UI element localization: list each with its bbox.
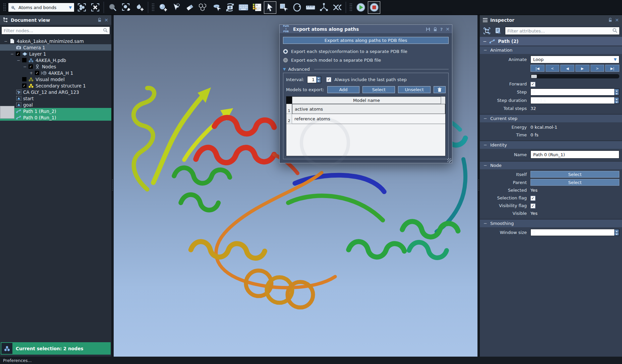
filter-nodes-input[interactable]: Filter nodes... [1,26,110,35]
left-splitter[interactable] [111,15,114,357]
add-node-button[interactable] [133,1,146,14]
step-spinbox[interactable]: 0▲▼ [530,88,619,96]
tree-item-4akea-h-pdb[interactable]: −4AKEA_H.pdb [0,57,111,63]
selection-flag-checkbox[interactable]: ✓ [530,196,535,201]
interval-spinbox[interactable]: 1 ▲▼ [307,76,321,83]
visibility-flag-checkbox[interactable]: ✓ [530,203,535,208]
tree-item-path-0-run-1-[interactable]: Path 0 (Run_1) [0,114,111,121]
tree-item-nodes[interactable]: −✓Nodes [0,63,111,70]
add-button[interactable]: Add [327,86,360,93]
lock-icon[interactable] [433,27,437,32]
tree-item-4akea-h-1[interactable]: +✓M4AKEA_H 1 [0,70,111,76]
current-step-header[interactable]: −Current step [480,115,622,122]
skip-start-button[interactable]: |◀ [530,65,545,72]
radio-export-each-model[interactable]: Export each model to a separate PDB file [283,56,449,64]
dialog-titlebar[interactable]: Path↓PDB Export atoms along paths ? ✕ [280,25,452,34]
add-selection-button[interactable] [120,1,132,14]
close-icon[interactable]: ✕ [615,17,619,23]
window-size-spinbox[interactable]: 0▲▼ [530,229,619,236]
twist-button[interactable] [331,1,343,14]
smoothing-header[interactable]: −Smoothing [480,220,622,227]
path-section-header[interactable]: − Path (2) [480,37,622,46]
tree-item-path-1-run-2-[interactable]: Path 1 (Run_2) [0,108,111,114]
expander-minus-icon[interactable]: − [10,52,14,56]
inspect-tree-icon[interactable] [482,26,491,36]
fast-forward-button[interactable]: > [590,65,605,72]
export-to-pdb-button[interactable]: Export atoms along paths to PDB files [283,37,449,44]
toolbar-grip[interactable] [152,3,155,12]
tree-item-goal[interactable]: goal [0,102,111,108]
rotate-button[interactable] [291,1,303,14]
table-header-model-name[interactable]: Model name [292,97,441,104]
add-atom-button[interactable] [157,1,169,14]
inspect-document-icon[interactable] [494,26,503,36]
select-button[interactable]: Select [362,86,395,93]
select-atoms-button[interactable] [75,1,88,14]
name-input[interactable]: Path 0 (Run_1) [530,150,619,159]
pointer-gear-button[interactable] [170,1,182,14]
tree-item-layer-1[interactable]: −✓Layer 1 [0,51,111,57]
help-icon[interactable]: ? [440,27,443,32]
node-header[interactable]: −Node [480,162,622,169]
visibility-checkbox[interactable]: ✓ [22,83,26,88]
itself-select-button[interactable]: Select [530,171,619,178]
skip-end-button[interactable]: ▶| [605,65,619,72]
deselect-atoms-button[interactable] [89,1,101,14]
row-number[interactable]: 2 [286,114,292,124]
unselect-button[interactable]: Unselect [398,86,431,93]
expander-minus-icon[interactable]: − [4,39,8,44]
keyboard-button[interactable] [237,1,249,14]
expander-plus-icon[interactable]: + [29,71,33,75]
radio-off-icon[interactable] [283,58,288,63]
resize-grip[interactable] [447,158,452,163]
table-scrollbar[interactable] [441,97,445,104]
record-button[interactable] [368,1,380,14]
toolbar-grip[interactable] [3,3,6,12]
mode-dropdown[interactable]: Atoms and bonds ▼ [8,3,74,12]
play-forward-button[interactable]: ▶ [575,65,589,72]
step-slider[interactable] [530,74,619,78]
play-button[interactable] [354,1,367,14]
cursor-button[interactable] [264,1,276,14]
row-number[interactable]: 1 [286,104,292,114]
ruler-button[interactable] [304,1,317,14]
slider-handle[interactable] [531,75,537,78]
expander-minus-icon[interactable]: − [23,64,27,69]
toolbar-grip[interactable] [349,3,352,12]
close-icon[interactable]: ✕ [104,17,108,23]
tree-item-camera-1[interactable]: Camera 1 [0,44,111,51]
honeycomb-button[interactable] [197,1,209,14]
step-backward-button[interactable]: ◀ [560,65,574,72]
model-name-cell[interactable]: active atoms [292,104,445,114]
eraser-button[interactable] [183,1,196,14]
periodic-table-button[interactable]: H [250,1,263,14]
identity-header[interactable]: −Identity [480,141,622,149]
inline-edit-box[interactable] [0,106,14,119]
advanced-expander[interactable]: ▼ Advanced [283,67,449,72]
radio-on-icon[interactable] [283,49,288,54]
expander-minus-icon[interactable]: − [16,58,20,63]
save-icon[interactable] [426,27,430,32]
always-include-checkbox[interactable]: ✓ [326,77,331,82]
tree-item-visual-model[interactable]: Visual model [0,76,111,82]
tree-item-4akea-1akea-minimized-sam[interactable]: −4akeA_1akeA_minimized.sam [0,38,111,44]
zoom-button[interactable] [106,1,119,14]
tree-item-secondary-structure-1[interactable]: ✓Secondary structure 1 [0,82,111,89]
radio-export-each-step[interactable]: Export each step/conformation to a separ… [283,47,449,56]
parent-select-button[interactable]: Select [530,179,619,186]
close-icon[interactable]: ✕ [446,26,450,32]
delete-button[interactable] [434,86,446,93]
visibility-checkbox[interactable] [22,58,26,62]
tree-item-ca-gly-12-and-arg-123[interactable]: CA GLY_12 and ARG_123 [0,89,111,95]
table-corner[interactable] [286,97,292,104]
forward-checkbox[interactable]: ✓ [530,82,535,87]
model-row-active-atoms[interactable]: 1active atoms [286,104,445,114]
visibility-checkbox[interactable]: ✓ [29,64,33,69]
visibility-checkbox[interactable]: ✓ [16,52,20,56]
animate-dropdown[interactable]: Loop▼ [530,56,619,63]
collapse-icon[interactable]: − [483,39,487,44]
unlock-icon[interactable] [608,18,612,22]
angle-button[interactable] [318,1,330,14]
status-text[interactable]: Preferences... [3,358,32,363]
models-table[interactable]: Model name 1active atoms2reference atoms [286,96,446,156]
